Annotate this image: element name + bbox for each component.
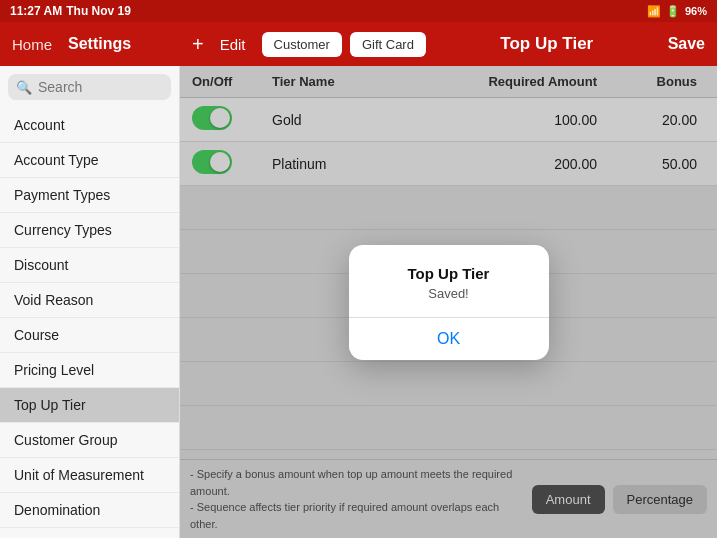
wifi-icon: 📶	[647, 5, 661, 18]
modal-overlay: Top Up Tier Saved! OK	[180, 66, 717, 538]
sidebar-item-course[interactable]: Course	[0, 318, 179, 353]
settings-link[interactable]: Settings	[68, 35, 131, 53]
top-nav-left: Home Settings	[12, 35, 192, 53]
sidebar-items: AccountAccount TypePayment TypesCurrency…	[0, 108, 179, 538]
modal-subtitle: Saved!	[365, 286, 533, 301]
search-icon: 🔍	[16, 80, 32, 95]
battery-icon: 🔋	[666, 5, 680, 18]
sidebar-item-void-reason[interactable]: Void Reason	[0, 283, 179, 318]
battery-level: 96%	[685, 5, 707, 17]
sidebar-item-customer-group[interactable]: Customer Group	[0, 423, 179, 458]
sidebar-item-currency-types[interactable]: Currency Types	[0, 213, 179, 248]
status-day: Thu Nov 19	[66, 4, 131, 18]
sidebar-item-account[interactable]: Account	[0, 108, 179, 143]
main-layout: 🔍 AccountAccount TypePayment TypesCurren…	[0, 66, 717, 538]
status-bar-right: 📶 🔋 96%	[647, 5, 707, 18]
search-box: 🔍	[8, 74, 171, 100]
sidebar-item-pricing-level[interactable]: Pricing Level	[0, 353, 179, 388]
save-button[interactable]: Save	[668, 35, 705, 53]
sidebar-item-discount[interactable]: Discount	[0, 248, 179, 283]
main-content: On/Off Tier Name Required Amount Bonus G…	[180, 66, 717, 538]
top-nav-actions: + Edit Customer Gift Card	[192, 32, 426, 57]
search-input[interactable]	[38, 79, 163, 95]
sidebar-item-account-type[interactable]: Account Type	[0, 143, 179, 178]
edit-button[interactable]: Edit	[212, 32, 254, 57]
sidebar: 🔍 AccountAccount TypePayment TypesCurren…	[0, 66, 180, 538]
sidebar-item-top-up-tier[interactable]: Top Up Tier	[0, 388, 179, 423]
modal-title: Top Up Tier	[365, 265, 533, 282]
modal-dialog: Top Up Tier Saved! OK	[349, 245, 549, 360]
status-bar: 11:27 AM Thu Nov 19 📶 🔋 96%	[0, 0, 717, 22]
status-bar-left: 11:27 AM Thu Nov 19	[10, 4, 131, 18]
sidebar-item-timer[interactable]: Timer	[0, 528, 179, 538]
page-title: Top Up Tier	[426, 34, 668, 54]
modal-ok-button[interactable]: OK	[365, 318, 533, 360]
sidebar-item-unit-of-measurement[interactable]: Unit of Measurement	[0, 458, 179, 493]
home-link[interactable]: Home	[12, 36, 52, 53]
sidebar-item-payment-types[interactable]: Payment Types	[0, 178, 179, 213]
tab-gift-card[interactable]: Gift Card	[350, 32, 426, 57]
add-button[interactable]: +	[192, 33, 204, 56]
tab-customer[interactable]: Customer	[262, 32, 342, 57]
status-time: 11:27 AM	[10, 4, 62, 18]
top-nav: Home Settings + Edit Customer Gift Card …	[0, 22, 717, 66]
sidebar-item-denomination[interactable]: Denomination	[0, 493, 179, 528]
